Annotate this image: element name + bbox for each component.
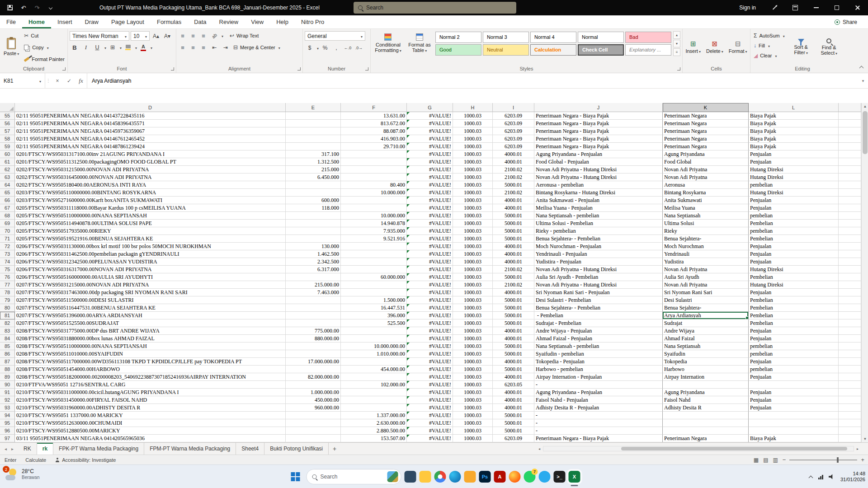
cell-K77[interactable]: Novan Adi Priyatna bbox=[663, 281, 749, 289]
cell-D58[interactable]: 02/11 95051PENERIMAAN NEGARA 04146761246… bbox=[15, 135, 286, 143]
column-header-D[interactable]: D bbox=[15, 103, 286, 112]
cell-K81[interactable]: Arya Ardiansyah bbox=[663, 312, 749, 319]
orientation-icon[interactable]: ab bbox=[208, 29, 221, 42]
row-header-89[interactable]: 89 bbox=[0, 373, 15, 381]
ribbon-tab-review[interactable]: Review bbox=[213, 15, 245, 28]
row-header-90[interactable]: 90 bbox=[0, 381, 15, 389]
cell-D84[interactable]: 0208/FTSCY/WS95031880000.00box lunas AHM… bbox=[15, 335, 286, 343]
formula-bar-splitter[interactable]: ⋮ bbox=[45, 73, 52, 88]
cell-D75[interactable]: 0206/FTSCY/WS950316317000.00NOVAN ADI PR… bbox=[15, 266, 286, 273]
cell-H96[interactable]: 1000.03 bbox=[453, 427, 493, 435]
cell-G94[interactable]: #VALUE! bbox=[407, 412, 453, 419]
cell-L60[interactable]: Penjualan bbox=[749, 150, 839, 158]
cell-D59[interactable]: 02/11 95051PENERIMAAN NEGARA 04148786123… bbox=[15, 143, 286, 150]
cell-L73[interactable]: Penjualan bbox=[749, 250, 839, 258]
cell-K79[interactable]: Desi Sulastri bbox=[663, 296, 749, 304]
cell-J74[interactable]: Yudistira - Penjualan bbox=[534, 258, 663, 266]
row-header-95[interactable]: 95 bbox=[0, 419, 15, 427]
cell-M66[interactable] bbox=[839, 197, 861, 204]
cell-E94[interactable] bbox=[286, 412, 341, 419]
scroll-down-icon[interactable]: ▼ bbox=[862, 436, 868, 442]
row-header-84[interactable]: 84 bbox=[0, 335, 15, 343]
cell-F67[interactable] bbox=[341, 204, 407, 212]
cell-D83[interactable]: 0208/FTSCY/WS95031775000.00DP dus BRT AN… bbox=[15, 327, 286, 335]
cell-E65[interactable] bbox=[286, 189, 341, 197]
cell-I85[interactable]: 5000.01 bbox=[493, 343, 534, 350]
gallery-more-icon[interactable]: ≡ bbox=[673, 48, 680, 56]
cell-G71[interactable]: #VALUE! bbox=[407, 235, 453, 243]
cell-G82[interactable]: #VALUE! bbox=[407, 319, 453, 327]
taskbar-app-whatsapp[interactable]: 7 bbox=[524, 471, 536, 483]
cell-H79[interactable]: 1000.03 bbox=[453, 296, 493, 304]
cell-M95[interactable] bbox=[839, 419, 861, 427]
taskbar-app-terminal[interactable]: >_ bbox=[554, 471, 566, 483]
cell-J80[interactable]: Benua Sejahtera- - Pembelian bbox=[534, 304, 663, 312]
cell-D79[interactable]: 0207/FTSCY/WS950511500000.00DESI SULASTR… bbox=[15, 296, 286, 304]
format-painter-button[interactable]: Format Painter bbox=[23, 55, 66, 64]
cell-H87[interactable]: 1000.03 bbox=[453, 358, 493, 366]
cell-L58[interactable]: Biaya Pajak bbox=[749, 135, 839, 143]
cell-I97[interactable]: 6203.09 bbox=[493, 435, 534, 442]
cell-J79[interactable]: Desi Sulastri - Pembelian bbox=[534, 296, 663, 304]
cell-M84[interactable] bbox=[839, 335, 861, 343]
ribbon-tab-data[interactable]: Data bbox=[188, 15, 212, 28]
horizontal-scrollbar[interactable]: ◂ ▸ bbox=[536, 445, 861, 453]
cell-J84[interactable]: Ahmad Faizal - Penjualan bbox=[534, 335, 663, 343]
cell-E97[interactable] bbox=[286, 435, 341, 442]
cell-K90[interactable] bbox=[663, 381, 749, 389]
cell-K86[interactable]: Syaifudin bbox=[663, 350, 749, 358]
cell-K88[interactable]: Harbowo bbox=[663, 366, 749, 373]
cell-M73[interactable] bbox=[839, 250, 861, 258]
cell-K61[interactable]: Food Global bbox=[663, 158, 749, 166]
cell-E71[interactable] bbox=[286, 235, 341, 243]
cell-F79[interactable]: 1.500.000 bbox=[341, 296, 407, 304]
cell-F82[interactable]: 525.500 bbox=[341, 319, 407, 327]
cell-F64[interactable]: 80.400 bbox=[341, 181, 407, 189]
cell-G78[interactable]: #VALUE! bbox=[407, 289, 453, 296]
taskbar-app-task-view[interactable] bbox=[405, 471, 416, 483]
align-left-icon[interactable]: ≡ bbox=[178, 44, 187, 51]
cell-F83[interactable] bbox=[341, 327, 407, 335]
cell-G87[interactable]: #VALUE! bbox=[407, 358, 453, 366]
cell-D97[interactable]: 03/11 95051PENERIMAAN NEGARA 04142056596… bbox=[15, 435, 286, 442]
cell-G57[interactable]: #VALUE! bbox=[407, 127, 453, 135]
cell-L84[interactable]: Penjualan bbox=[749, 335, 839, 343]
cell-E69[interactable] bbox=[286, 220, 341, 227]
cell-G91[interactable]: #VALUE! bbox=[407, 389, 453, 396]
cell-G58[interactable]: #VALUE! bbox=[407, 135, 453, 143]
cell-D57[interactable]: 02/11 95051PENERIMAAN NEGARA 04145973635… bbox=[15, 127, 286, 135]
cell-M75[interactable] bbox=[839, 266, 861, 273]
ribbon-tab-formulas[interactable]: Formulas bbox=[151, 15, 188, 28]
cell-K76[interactable]: Aulia Sri Ayudh bbox=[663, 273, 749, 281]
cell-J94[interactable]: - bbox=[534, 412, 663, 419]
cell-F91[interactable] bbox=[341, 389, 407, 396]
row-header-85[interactable]: 85 bbox=[0, 343, 15, 350]
cell-J61[interactable]: Food Global - Penjualan bbox=[534, 158, 663, 166]
cell-J65[interactable]: Bintang Rosykarna - Hutang Direksi bbox=[534, 189, 663, 197]
cell-J87[interactable]: Tokopedia - Penjualan bbox=[534, 358, 663, 366]
cell-D63[interactable]: 0202/FTSCY/WS950316450000.00NOVAN ADI PR… bbox=[15, 174, 286, 181]
cell-H91[interactable]: 1000.03 bbox=[453, 389, 493, 396]
cell-I78[interactable]: 4000.01 bbox=[493, 289, 534, 296]
merge-center-button[interactable]: ⊟Merge & Center bbox=[232, 43, 282, 52]
number-format-combo[interactable]: General bbox=[305, 31, 365, 41]
cell-G55[interactable]: #VALUE! bbox=[407, 112, 453, 120]
row-header-81[interactable]: 81 bbox=[0, 312, 15, 319]
cell-K97[interactable]: Penerimaan Negara bbox=[663, 435, 749, 442]
cell-H85[interactable]: 1000.03 bbox=[453, 343, 493, 350]
column-header-J[interactable]: J bbox=[534, 103, 663, 112]
cell-L85[interactable]: pembelian bbox=[749, 343, 839, 350]
cell-E67[interactable]: 118.000 bbox=[286, 204, 341, 212]
cell-M58[interactable] bbox=[839, 135, 861, 143]
cell-K63[interactable]: Novan Adi Priyatna bbox=[663, 174, 749, 181]
cell-M67[interactable] bbox=[839, 204, 861, 212]
cell-I84[interactable]: 4000.01 bbox=[493, 335, 534, 343]
cell-G95[interactable]: #VALUE! bbox=[407, 419, 453, 427]
cell-L91[interactable]: Penjualan bbox=[749, 389, 839, 396]
cancel-entry-icon[interactable]: × bbox=[52, 73, 63, 88]
align-bottom-icon[interactable]: ≡ bbox=[199, 33, 208, 39]
cell-E86[interactable] bbox=[286, 350, 341, 358]
row-header-58[interactable]: 58 bbox=[0, 135, 15, 143]
cell-I86[interactable]: 5000.01 bbox=[493, 350, 534, 358]
cell-K95[interactable] bbox=[663, 419, 749, 427]
